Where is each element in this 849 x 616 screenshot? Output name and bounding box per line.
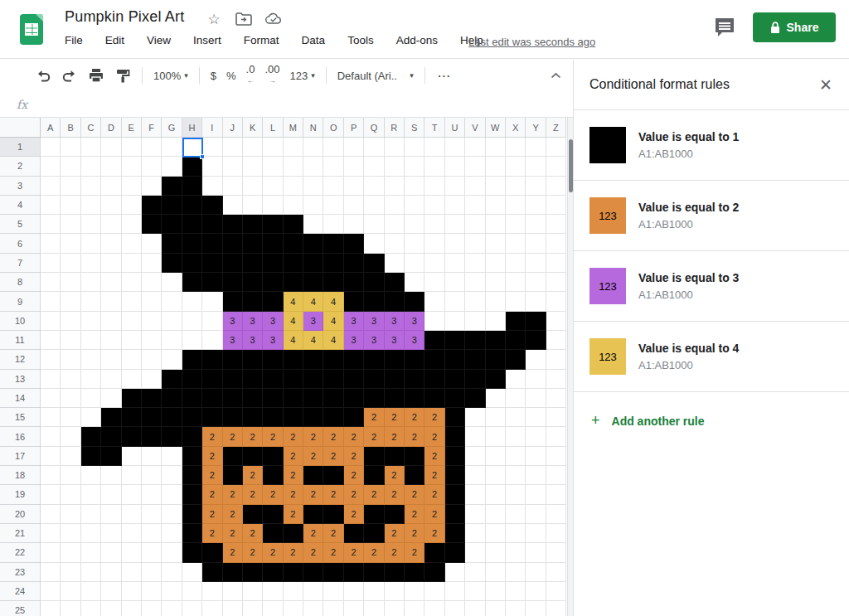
cell-G11[interactable] bbox=[162, 331, 182, 350]
cell-B3[interactable] bbox=[61, 177, 80, 196]
cell-N25[interactable] bbox=[303, 601, 323, 616]
cell-K23[interactable] bbox=[243, 563, 263, 582]
cell-T20[interactable]: 2 bbox=[424, 505, 444, 524]
cell-X25[interactable] bbox=[506, 601, 526, 616]
cell-T9[interactable] bbox=[424, 292, 444, 311]
cell-W23[interactable] bbox=[486, 563, 506, 582]
cell-I19[interactable]: 2 bbox=[202, 485, 222, 504]
cell-M4[interactable] bbox=[284, 196, 303, 215]
cell-P22[interactable]: 2 bbox=[344, 543, 364, 562]
cell-B5[interactable] bbox=[61, 215, 80, 234]
cell-Y14[interactable] bbox=[526, 389, 546, 408]
cell-P14[interactable] bbox=[344, 389, 364, 408]
cell-X12[interactable] bbox=[506, 350, 526, 369]
cell-W22[interactable] bbox=[486, 543, 506, 562]
cell-B8[interactable] bbox=[61, 273, 80, 292]
cell-B25[interactable] bbox=[61, 601, 80, 616]
cell-M11[interactable]: 4 bbox=[284, 331, 303, 350]
cell-H5[interactable] bbox=[182, 215, 202, 234]
cell-G2[interactable] bbox=[162, 157, 182, 176]
cell-I20[interactable]: 2 bbox=[202, 505, 222, 524]
cell-M23[interactable] bbox=[284, 563, 303, 582]
cell-N4[interactable] bbox=[303, 196, 323, 215]
cell-P24[interactable] bbox=[344, 582, 364, 601]
cell-D15[interactable] bbox=[101, 408, 121, 427]
cell-U13[interactable] bbox=[445, 370, 465, 389]
cell-S5[interactable] bbox=[405, 215, 424, 234]
cell-Q14[interactable] bbox=[364, 389, 384, 408]
cell-D4[interactable] bbox=[101, 196, 121, 215]
cell-R15[interactable]: 2 bbox=[385, 408, 405, 427]
cell-A10[interactable] bbox=[41, 312, 61, 331]
cell-U7[interactable] bbox=[445, 254, 465, 273]
cell-G1[interactable] bbox=[162, 138, 182, 157]
cell-Q16[interactable]: 2 bbox=[364, 427, 384, 446]
cell-S7[interactable] bbox=[405, 254, 424, 273]
cell-D16[interactable] bbox=[101, 427, 121, 446]
cell-A2[interactable] bbox=[41, 157, 61, 176]
cell-R3[interactable] bbox=[385, 177, 405, 196]
cell-J10[interactable]: 3 bbox=[223, 312, 243, 331]
cell-D22[interactable] bbox=[101, 543, 121, 562]
cell-A6[interactable] bbox=[41, 234, 61, 253]
redo-button[interactable] bbox=[59, 65, 80, 86]
column-header-S[interactable]: S bbox=[405, 118, 424, 138]
cell-T10[interactable] bbox=[424, 312, 444, 331]
cell-J14[interactable] bbox=[223, 389, 243, 408]
cell-W20[interactable] bbox=[486, 505, 506, 524]
cell-Y7[interactable] bbox=[526, 254, 546, 273]
cell-Z17[interactable] bbox=[546, 447, 566, 466]
cell-R16[interactable]: 2 bbox=[385, 427, 405, 446]
cell-J1[interactable] bbox=[223, 138, 243, 157]
cell-I12[interactable] bbox=[202, 350, 222, 369]
column-header-H[interactable]: H bbox=[182, 118, 202, 138]
row-header-22[interactable]: 22 bbox=[0, 543, 41, 562]
cell-H22[interactable] bbox=[182, 543, 202, 562]
cell-C7[interactable] bbox=[81, 254, 101, 273]
cell-L15[interactable] bbox=[263, 408, 283, 427]
column-header-I[interactable]: I bbox=[202, 118, 222, 138]
cell-N13[interactable] bbox=[303, 370, 323, 389]
cell-W15[interactable] bbox=[486, 408, 506, 427]
cell-J16[interactable]: 2 bbox=[223, 427, 243, 446]
cell-Z25[interactable] bbox=[546, 601, 566, 616]
cell-R4[interactable] bbox=[385, 196, 405, 215]
cell-H18[interactable] bbox=[182, 466, 202, 485]
share-button[interactable]: Share bbox=[753, 12, 836, 42]
cell-D20[interactable] bbox=[101, 505, 121, 524]
cell-F21[interactable] bbox=[142, 524, 162, 543]
cell-P11[interactable]: 3 bbox=[344, 331, 364, 350]
cell-O5[interactable] bbox=[323, 215, 343, 234]
cell-F1[interactable] bbox=[142, 138, 162, 157]
cell-Z11[interactable] bbox=[546, 331, 566, 350]
cell-P12[interactable] bbox=[344, 350, 364, 369]
cell-K10[interactable]: 3 bbox=[243, 312, 263, 331]
document-title[interactable]: Pumpkin Pixel Art bbox=[65, 8, 184, 26]
cell-O12[interactable] bbox=[323, 350, 343, 369]
cell-U10[interactable] bbox=[445, 312, 465, 331]
cell-V18[interactable] bbox=[465, 466, 485, 485]
cell-L12[interactable] bbox=[263, 350, 283, 369]
cell-G18[interactable] bbox=[162, 466, 182, 485]
cell-M24[interactable] bbox=[284, 582, 303, 601]
cell-K24[interactable] bbox=[243, 582, 263, 601]
cell-T21[interactable]: 2 bbox=[424, 524, 444, 543]
cell-S23[interactable] bbox=[405, 563, 424, 582]
cell-R13[interactable] bbox=[385, 370, 405, 389]
cell-R2[interactable] bbox=[385, 157, 405, 176]
cell-X10[interactable] bbox=[506, 312, 526, 331]
cell-T1[interactable] bbox=[424, 138, 444, 157]
cell-N22[interactable]: 2 bbox=[303, 543, 323, 562]
cell-Y13[interactable] bbox=[526, 370, 546, 389]
cell-G7[interactable] bbox=[162, 254, 182, 273]
cell-S3[interactable] bbox=[405, 177, 424, 196]
cell-S1[interactable] bbox=[405, 138, 424, 157]
cell-C20[interactable] bbox=[81, 505, 101, 524]
cell-W9[interactable] bbox=[486, 292, 506, 311]
cell-X21[interactable] bbox=[506, 524, 526, 543]
cell-V10[interactable] bbox=[465, 312, 485, 331]
cell-L10[interactable]: 3 bbox=[263, 312, 283, 331]
cloud-saved-icon[interactable] bbox=[265, 11, 282, 27]
cell-Q2[interactable] bbox=[364, 157, 384, 176]
cell-W4[interactable] bbox=[486, 196, 506, 215]
